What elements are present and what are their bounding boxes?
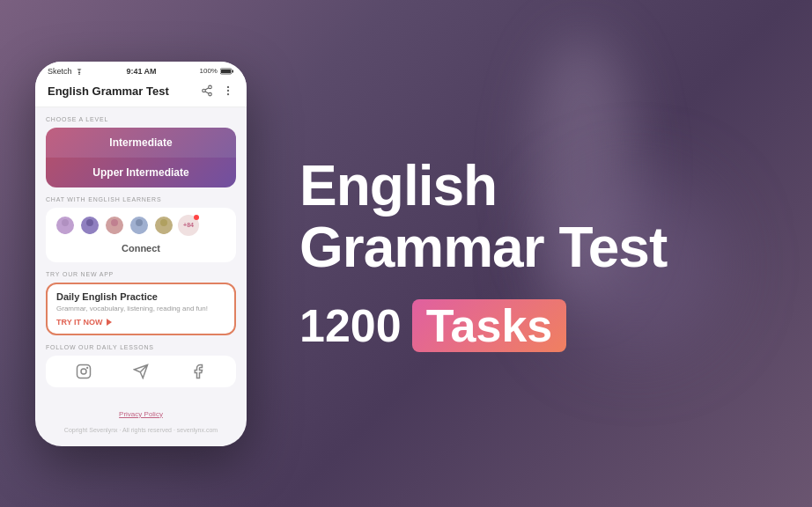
svg-line-7 xyxy=(205,92,209,93)
tasks-count: 1200 xyxy=(299,303,402,349)
hero-content: English Grammar Test 1200 Tasks xyxy=(299,155,777,353)
hero-title: English Grammar Test xyxy=(299,155,777,279)
chat-section: +84 Connect xyxy=(46,208,236,262)
status-bar: Sketch 9:41 AM 100% xyxy=(35,62,247,79)
battery-text: 100% xyxy=(200,67,218,75)
svg-point-23 xyxy=(81,369,86,374)
avatar-1 xyxy=(55,215,76,236)
svg-rect-2 xyxy=(221,70,231,73)
upper-intermediate-button[interactable]: Upper Intermediate xyxy=(46,158,236,187)
instagram-icon[interactable] xyxy=(73,361,94,382)
hero-title-line1: English xyxy=(299,155,777,217)
privacy-policy-link[interactable]: Privacy Policy xyxy=(46,410,236,418)
svg-point-10 xyxy=(227,90,229,92)
app-title: English Grammar Test xyxy=(48,84,169,98)
svg-point-16 xyxy=(111,219,118,226)
svg-point-20 xyxy=(160,219,167,226)
choose-level-label: CHOOSE A LEVEL xyxy=(46,116,236,122)
avatar-count: +84 xyxy=(178,215,199,236)
svg-point-9 xyxy=(227,86,229,88)
wifi-icon xyxy=(75,68,84,75)
app-promo-section: Daily English Practice Grammar, vocabula… xyxy=(46,283,236,335)
app-promo-description: Grammar, vocabulary, listening, reading … xyxy=(56,305,225,312)
svg-point-0 xyxy=(78,73,80,75)
copyright-text: Copright Sevenlynx · All rights reserved… xyxy=(64,427,218,433)
hero-title-line2: Grammar Test xyxy=(299,217,777,278)
status-time: 9:41 AM xyxy=(126,67,156,76)
svg-point-18 xyxy=(136,219,143,226)
tasks-row: 1200 Tasks xyxy=(299,299,777,352)
svg-rect-22 xyxy=(77,364,90,378)
avatar-3 xyxy=(104,215,125,236)
svg-point-5 xyxy=(203,89,206,92)
svg-point-17 xyxy=(109,227,120,234)
more-icon[interactable] xyxy=(222,84,234,97)
try-it-now-button[interactable]: TRY IT NOW xyxy=(56,318,112,327)
play-arrow-icon xyxy=(107,319,112,326)
avatar-4 xyxy=(129,215,150,236)
svg-point-24 xyxy=(86,366,88,368)
tasks-label: Tasks xyxy=(412,299,567,352)
svg-rect-3 xyxy=(232,70,233,72)
svg-point-4 xyxy=(209,85,212,89)
avatar-5 xyxy=(153,215,174,236)
svg-point-6 xyxy=(209,92,212,96)
avatars-row: +84 xyxy=(55,215,227,236)
level-section: Intermediate Upper Intermediate xyxy=(46,128,236,187)
avatar-2 xyxy=(79,215,100,236)
svg-point-14 xyxy=(86,219,93,226)
svg-line-8 xyxy=(205,88,209,90)
svg-point-11 xyxy=(227,93,229,95)
connect-button[interactable]: Connect xyxy=(55,241,227,255)
telegram-icon[interactable] xyxy=(130,361,151,382)
header-icons xyxy=(201,84,234,97)
phone-header: English Grammar Test xyxy=(35,79,247,107)
svg-point-15 xyxy=(85,227,95,234)
notification-dot xyxy=(194,215,199,220)
svg-point-13 xyxy=(60,227,70,234)
phone-mockup: Sketch 9:41 AM 100% English Grammar Test xyxy=(35,62,247,446)
chat-label: CHAT WITH ENGLISH LEARNERS xyxy=(46,196,236,202)
intermediate-button[interactable]: Intermediate xyxy=(46,128,236,158)
status-left: Sketch xyxy=(48,67,84,76)
app-promo-label: TRY OUR NEW APP xyxy=(46,271,236,277)
app-promo-title: Daily English Practice xyxy=(56,291,225,302)
phone-body: CHOOSE A LEVEL Intermediate Upper Interm… xyxy=(35,107,247,405)
content-wrapper: Sketch 9:41 AM 100% English Grammar Test xyxy=(0,0,812,507)
share-icon[interactable] xyxy=(201,84,213,97)
social-label: FOLLOW OUR DAILY LESSONS xyxy=(46,344,236,350)
battery-icon xyxy=(220,68,234,75)
svg-point-12 xyxy=(62,219,69,226)
carrier-text: Sketch xyxy=(48,67,72,76)
facebook-icon[interactable] xyxy=(188,361,209,382)
svg-point-19 xyxy=(134,227,144,234)
social-section xyxy=(46,356,236,387)
svg-point-21 xyxy=(159,227,169,234)
phone-footer: Privacy Policy Copright Sevenlynx · All … xyxy=(35,405,247,446)
status-right: 100% xyxy=(200,67,234,75)
